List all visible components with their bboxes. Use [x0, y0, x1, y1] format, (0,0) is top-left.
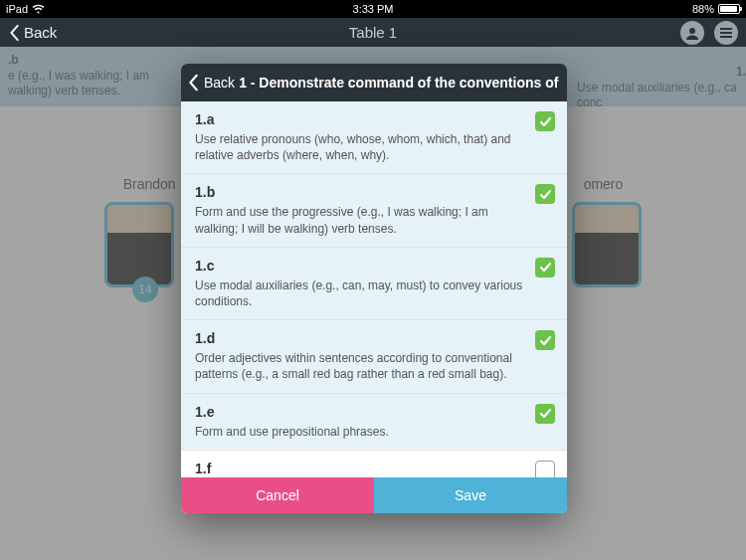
- standard-description: Use modal auxiliaries (e.g., can, may, m…: [195, 278, 527, 309]
- chevron-left-icon: [8, 24, 22, 42]
- navigation-bar: Back Table 1: [0, 18, 746, 47]
- svg-point-0: [689, 28, 695, 34]
- device-label: iPad: [6, 3, 28, 15]
- check-icon: [539, 407, 552, 420]
- standard-checkbox[interactable]: [535, 258, 555, 278]
- battery-percent: 88%: [692, 3, 714, 15]
- save-button[interactable]: Save: [374, 477, 567, 513]
- standard-code: 1.d: [195, 330, 527, 346]
- chevron-left-icon: [187, 74, 201, 92]
- standard-checkbox[interactable]: [535, 330, 555, 350]
- nav-back-button[interactable]: Back: [8, 24, 57, 42]
- svg-rect-3: [720, 36, 732, 38]
- standard-checkbox[interactable]: [535, 461, 555, 477]
- modal-header: Back 1 - Demonstrate command of the conv…: [181, 64, 567, 101]
- standard-item[interactable]: 1.fProduce complete sentences, recognizi…: [181, 451, 567, 477]
- modal-back-button[interactable]: Back: [187, 74, 235, 92]
- modal-footer: Cancel Save: [181, 477, 567, 513]
- standard-code: 1.b: [195, 184, 527, 200]
- svg-rect-2: [720, 32, 732, 34]
- standard-checkbox[interactable]: [535, 111, 555, 131]
- standard-description: Form and use the progressive (e.g., I wa…: [195, 204, 527, 236]
- standard-code: 1.f: [195, 461, 527, 476]
- modal-back-label: Back: [204, 75, 235, 91]
- check-icon: [539, 261, 552, 274]
- standard-code: 1.e: [195, 404, 527, 420]
- standard-checkbox[interactable]: [535, 184, 555, 204]
- battery-icon: [718, 4, 740, 14]
- standard-item[interactable]: 1.aUse relative pronouns (who, whose, wh…: [181, 101, 567, 174]
- wifi-icon: [32, 2, 45, 17]
- standard-item[interactable]: 1.bForm and use the progressive (e.g., I…: [181, 174, 567, 247]
- standard-description: Use relative pronouns (who, whose, whom,…: [195, 131, 527, 163]
- standard-item[interactable]: 1.cUse modal auxiliaries (e.g., can, may…: [181, 248, 567, 320]
- list-icon[interactable]: [714, 21, 738, 45]
- status-bar: iPad 3:33 PM 88%: [0, 0, 746, 18]
- check-icon: [539, 188, 552, 201]
- page-title: Table 1: [349, 24, 397, 41]
- standard-code: 1.c: [195, 258, 527, 274]
- standards-list[interactable]: 1.aUse relative pronouns (who, whose, wh…: [181, 101, 567, 477]
- check-icon: [539, 115, 552, 128]
- profile-icon[interactable]: [680, 21, 704, 45]
- modal-title: 1 - Demonstrate command of the conventio…: [239, 75, 561, 91]
- check-icon: [539, 334, 552, 347]
- standard-item[interactable]: 1.dOrder adjectives within sentences acc…: [181, 320, 567, 393]
- standards-modal: Back 1 - Demonstrate command of the conv…: [181, 64, 567, 513]
- standard-item[interactable]: 1.eForm and use prepositional phrases.: [181, 394, 567, 451]
- cancel-button[interactable]: Cancel: [181, 477, 374, 513]
- nav-back-label: Back: [24, 24, 57, 41]
- standard-description: Order adjectives within sentences accord…: [195, 350, 527, 382]
- standard-checkbox[interactable]: [535, 404, 555, 424]
- standard-description: Form and use prepositional phrases.: [195, 424, 527, 440]
- clock: 3:33 PM: [251, 3, 495, 15]
- svg-rect-1: [720, 28, 732, 30]
- standard-code: 1.a: [195, 111, 527, 127]
